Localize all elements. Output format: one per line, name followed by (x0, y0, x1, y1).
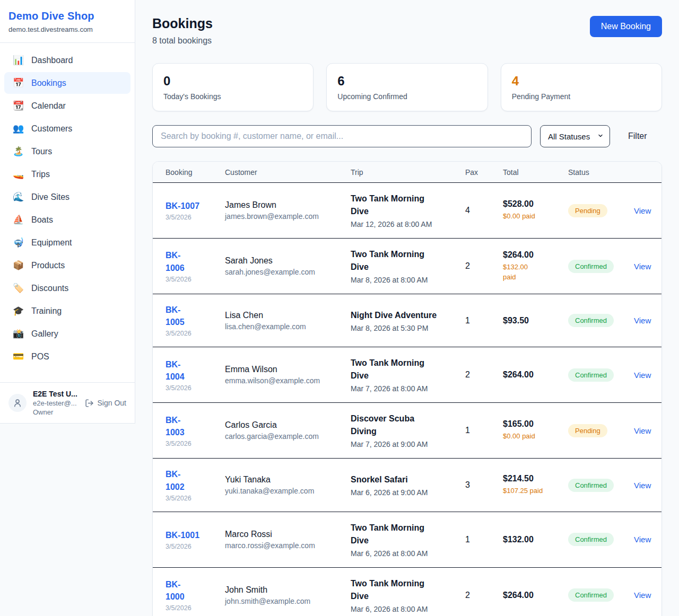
sidebar-item-training[interactable]: 🎓 Training (4, 300, 130, 322)
stat-value: 6 (337, 74, 476, 89)
total-amount: $132.00 (503, 535, 568, 544)
sidebar-nav: 📊 Dashboard 📅 Bookings 📆 Calendar 👥 Cust… (0, 43, 135, 382)
sidebar-item-discounts[interactable]: 🏷️ Discounts (4, 277, 130, 299)
sidebar-item-label: Calendar (31, 101, 66, 111)
table-header-row: Booking Customer Trip Pax Total Status (153, 162, 661, 182)
col-header-customer: Customer (225, 168, 351, 177)
sidebar-item-label: Discounts (31, 284, 68, 293)
booking-id-link[interactable]: BK-1001 (166, 529, 225, 541)
user-role: Owner (33, 408, 77, 416)
trip-datetime: Mar 8, 2026 at 5:30 PM (351, 324, 465, 332)
trip-name: Two Tank Morning Dive (351, 577, 465, 603)
sidebar-item-trips[interactable]: 🚤 Trips (4, 163, 130, 185)
view-link[interactable]: View (634, 481, 651, 490)
paid-amount: $0.00 paid (503, 432, 568, 442)
new-booking-button[interactable]: New Booking (590, 16, 662, 37)
booking-id-link[interactable]: BK- 1005 (166, 304, 225, 328)
stat-label: Upcoming Confirmed (337, 92, 476, 101)
view-link[interactable]: View (634, 316, 651, 325)
booking-id-link[interactable]: BK- 1006 (166, 249, 225, 274)
customer-email: sarah.jones@example.com (225, 268, 351, 276)
sidebar-item-calendar[interactable]: 📆 Calendar (4, 95, 130, 117)
user-name: E2E Test U... (33, 390, 77, 398)
boats-icon: ⛵ (13, 214, 23, 225)
status-badge: Confirmed (568, 260, 614, 273)
booking-id-link[interactable]: BK- 1000 (166, 578, 225, 603)
trip-datetime: Mar 7, 2026 at 9:00 AM (351, 440, 465, 448)
customer-name: Marco Rossi (225, 530, 351, 539)
sidebar-item-boats[interactable]: ⛵ Boats (4, 209, 130, 231)
user-icon (13, 398, 22, 408)
filter-button[interactable]: Filter (628, 131, 647, 141)
view-link[interactable]: View (634, 591, 651, 600)
status-badge: Confirmed (568, 314, 614, 327)
sidebar-item-tours[interactable]: 🏝️ Tours (4, 140, 130, 162)
view-link[interactable]: View (634, 371, 651, 380)
sidebar-item-label: Equipment (31, 238, 72, 248)
view-link[interactable]: View (634, 426, 651, 435)
sidebar-item-gallery[interactable]: 📸 Gallery (4, 323, 130, 345)
pax-count: 1 (465, 535, 503, 544)
discounts-icon: 🏷️ (13, 283, 23, 294)
sign-out-button[interactable]: Sign Out (85, 399, 126, 408)
status-select[interactable]: All Statuses (540, 125, 610, 147)
sidebar-item-dive-sites[interactable]: 🌊 Dive Sites (4, 186, 130, 208)
view-link[interactable]: View (634, 535, 651, 544)
sidebar-item-label: Customers (31, 124, 72, 134)
total-amount: $93.50 (503, 316, 568, 325)
user-info: E2E Test U... e2e-tester@... Owner (33, 390, 77, 416)
trip-name: Two Tank Morning Dive (351, 248, 465, 274)
user-email: e2e-tester@... (33, 399, 77, 407)
booking-date: 3/5/2026 (166, 495, 225, 502)
table-row: BK- 1003 3/5/2026 Carlos Garcia carlos.g… (153, 402, 661, 458)
trip-datetime: Mar 6, 2026 at 9:00 AM (351, 488, 465, 497)
sidebar-item-label: Dashboard (31, 56, 73, 65)
pos-icon: 💳 (13, 351, 23, 362)
col-header-booking: Booking (166, 168, 225, 177)
col-header-trip: Trip (351, 168, 465, 177)
sidebar-item-pos[interactable]: 💳 POS (4, 346, 130, 367)
total-amount: $264.00 (503, 370, 568, 380)
view-link[interactable]: View (634, 262, 651, 271)
trip-datetime: Mar 6, 2026 at 8:00 AM (351, 549, 465, 558)
page-header: Bookings 8 total bookings New Booking (152, 16, 662, 46)
view-link[interactable]: View (634, 206, 651, 215)
status-badge: Confirmed (568, 479, 614, 492)
sidebar-item-label: Gallery (31, 329, 58, 339)
table-row: BK-1007 3/5/2026 James Brown james.brown… (153, 182, 661, 238)
customer-email: john.smith@example.com (225, 597, 351, 605)
search-input[interactable] (152, 125, 532, 147)
customer-email: carlos.garcia@example.com (225, 432, 351, 441)
customer-email: yuki.tanaka@example.com (225, 487, 351, 495)
sidebar-item-dashboard[interactable]: 📊 Dashboard (4, 49, 130, 71)
booking-date: 3/5/2026 (166, 543, 225, 550)
total-bookings-count: 8 total bookings (152, 36, 213, 46)
sidebar-item-label: Bookings (31, 78, 66, 88)
booking-id-link[interactable]: BK-1007 (166, 200, 225, 212)
customer-name: Sarah Jones (225, 256, 351, 266)
customer-name: Yuki Tanaka (225, 475, 351, 485)
table-row: BK-1001 3/5/2026 Marco Rossi marco.rossi… (153, 512, 661, 567)
trip-name: Night Dive Adventure (351, 309, 465, 322)
booking-id-link[interactable]: BK- 1003 (166, 414, 225, 438)
booking-id-link[interactable]: BK- 1002 (166, 468, 225, 492)
stat-card-todays-bookings: 0 Today's Bookings (152, 63, 314, 111)
trip-name: Discover Scuba Diving (351, 412, 465, 438)
booking-id-link[interactable]: BK- 1004 (166, 358, 225, 383)
sidebar-item-bookings[interactable]: 📅 Bookings (4, 72, 130, 94)
sidebar-item-products[interactable]: 📦 Products (4, 254, 130, 276)
sidebar-item-equipment[interactable]: 🤿 Equipment (4, 232, 130, 253)
trips-icon: 🚤 (13, 169, 23, 180)
sign-out-label: Sign Out (98, 399, 126, 407)
trip-datetime: Mar 6, 2026 at 8:00 AM (351, 605, 465, 613)
page-title: Bookings (152, 16, 213, 31)
customer-name: James Brown (225, 200, 351, 210)
total-amount: $165.00 (503, 419, 568, 429)
sidebar-item-customers[interactable]: 👥 Customers (4, 118, 130, 139)
bookings-table: Booking Customer Trip Pax Total Status B… (152, 161, 662, 616)
sidebar-item-label: Dive Sites (31, 192, 69, 202)
brand-title: Demo Dive Shop (8, 10, 126, 22)
booking-date: 3/5/2026 (166, 384, 225, 392)
pax-count: 1 (465, 316, 503, 325)
customer-email: lisa.chen@example.com (225, 322, 351, 331)
